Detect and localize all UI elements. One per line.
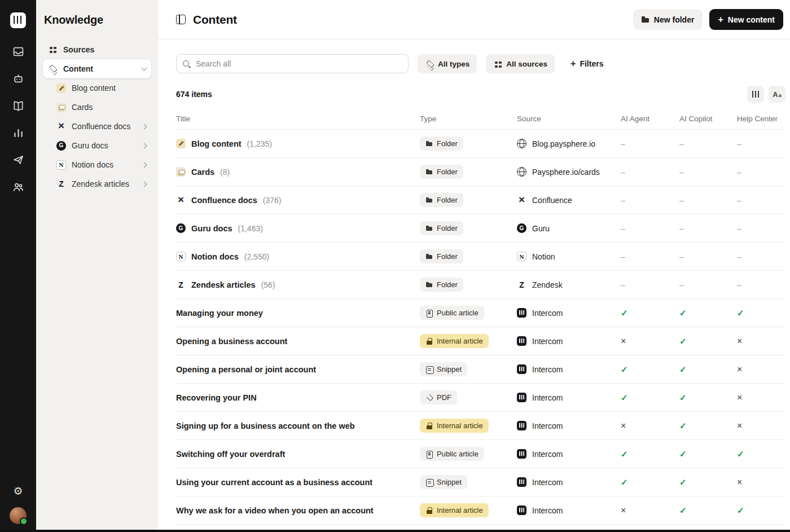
title-cell: Opening a personal or joint account xyxy=(176,365,420,374)
fin-ai-icon[interactable] xyxy=(12,72,24,85)
knowledge-book-icon[interactable] xyxy=(12,99,24,112)
translate-icon xyxy=(773,90,781,99)
help-center-status: – xyxy=(735,139,785,148)
inbox-icon[interactable] xyxy=(12,45,24,58)
type-icon xyxy=(425,478,433,486)
sidebar-item-zendesk-articles[interactable]: Zendesk articles xyxy=(43,174,151,194)
ai-copilot-status: – xyxy=(677,168,735,177)
ai-copilot-status: ✓ xyxy=(677,421,735,431)
contacts-people-icon[interactable] xyxy=(12,181,24,193)
source-icon xyxy=(517,308,526,318)
source-cell: Intercom xyxy=(517,393,618,402)
table-row[interactable]: Zendesk articles (56) Folder Zendesk – –… xyxy=(176,271,785,299)
type-label: Internal article xyxy=(437,337,483,345)
ai-agent-status: – xyxy=(618,168,677,177)
title-cell: Using your current account as a business… xyxy=(176,478,420,487)
ai-agent-status: × xyxy=(618,336,677,346)
column-header-source: Source xyxy=(517,115,618,123)
sidebar-item-confluence-docs[interactable]: Confluence docs xyxy=(43,117,151,136)
type-badge: PDF xyxy=(420,390,457,405)
row-title-icon xyxy=(176,223,186,233)
sidebar-item-label: Notion docs xyxy=(72,160,113,169)
ai-copilot-status: – xyxy=(677,252,735,261)
outbound-plane-icon[interactable] xyxy=(12,153,24,166)
sidebar-item-blog-content[interactable]: Blog content xyxy=(43,78,151,98)
source-icon xyxy=(517,364,526,374)
type-label: Folder xyxy=(437,139,458,148)
column-header-title: Title xyxy=(176,115,420,123)
items-count: 674 items xyxy=(176,90,212,99)
app-rail: ⚙ xyxy=(0,0,36,532)
sources-grid-icon xyxy=(493,60,502,68)
table-row[interactable]: Signing up for a business account on the… xyxy=(176,412,785,440)
notion-icon xyxy=(56,160,66,170)
source-cell: Intercom xyxy=(517,364,618,374)
type-icon xyxy=(425,337,433,345)
status-glyph: – xyxy=(679,168,684,177)
columns-view-button[interactable] xyxy=(747,86,764,103)
type-badge: Folder xyxy=(420,278,463,292)
sidebar-item-content[interactable]: Content xyxy=(43,59,151,78)
table-row[interactable]: Recovering your PIN PDF Intercom ✓ ✓ × xyxy=(176,384,785,412)
type-badge: Folder xyxy=(420,137,463,151)
title-cell: Why we ask for a video when you open an … xyxy=(176,506,420,515)
source-cell: Zendesk xyxy=(517,280,618,289)
settings-gear-icon[interactable]: ⚙ xyxy=(12,485,24,497)
sidebar-item-notion-docs[interactable]: Notion docs xyxy=(43,155,151,174)
status-glyph: – xyxy=(737,196,741,205)
source-cell: Blog.paysphere.io xyxy=(517,139,618,148)
ai-agent-status: ✓ xyxy=(618,393,677,403)
table-row[interactable]: Why we ask for a video when you open an … xyxy=(176,496,785,525)
ai-agent-status: – xyxy=(618,139,677,148)
all-sources-label: All sources xyxy=(506,60,547,68)
ai-copilot-status: ✓ xyxy=(677,505,735,516)
title-cell: Cards (8) xyxy=(176,167,420,177)
all-sources-filter[interactable]: All sources xyxy=(486,54,555,73)
search-input[interactable] xyxy=(196,59,402,68)
all-types-filter[interactable]: All types xyxy=(418,54,477,73)
status-glyph: × xyxy=(737,336,742,346)
new-folder-button[interactable]: New folder xyxy=(633,9,703,30)
sidebar-item-cards[interactable]: Cards xyxy=(43,98,151,117)
table-row[interactable]: Opening a business account Internal arti… xyxy=(176,327,785,355)
sidebar-item-label: Cards xyxy=(72,103,93,112)
user-avatar[interactable] xyxy=(10,507,27,524)
table-row[interactable]: Guru docs (1,463) Folder Guru – – – xyxy=(176,214,785,243)
table-row[interactable]: Cards (8) Folder Paysphere.io/cards – – … xyxy=(176,158,785,186)
reports-chart-icon[interactable] xyxy=(12,126,24,139)
source-icon xyxy=(517,223,526,233)
status-glyph: – xyxy=(679,224,684,233)
table-row[interactable]: Using your current account as a business… xyxy=(176,468,785,496)
table-row[interactable]: Blog content (1,235) Folder Blog.paysphe… xyxy=(176,130,785,158)
type-label: Folder xyxy=(437,280,458,289)
chevron-right-icon xyxy=(142,162,147,168)
add-filters-button[interactable]: + Filters xyxy=(570,59,603,68)
columns-icon xyxy=(752,91,759,98)
type-label: Internal article xyxy=(437,421,483,430)
row-count: (1,463) xyxy=(238,224,263,233)
sidebar-item-guru-docs[interactable]: Guru docs xyxy=(43,136,151,155)
table-row[interactable]: Notion docs (2,550) Folder Notion – – – xyxy=(176,243,785,271)
type-icon xyxy=(425,507,433,514)
table-row[interactable]: Confluence docs (376) Folder Confluence … xyxy=(176,186,785,214)
page-header: Content New folder + New content xyxy=(158,0,790,39)
ai-agent-status: ✓ xyxy=(618,477,677,487)
sidebar-item-sources[interactable]: Sources xyxy=(43,40,151,59)
type-badge: Public article xyxy=(420,306,484,320)
source-cell: Intercom xyxy=(517,505,618,515)
help-center-status: × xyxy=(735,477,785,487)
intercom-logo-icon[interactable] xyxy=(10,12,26,28)
column-header-help-center: Help Center xyxy=(735,115,785,123)
table-row[interactable]: Opening a personal or joint account Snip… xyxy=(176,355,785,384)
new-folder-label: New folder xyxy=(654,15,695,24)
title-cell: Blog content (1,235) xyxy=(176,139,420,148)
type-label: Public article xyxy=(437,309,479,317)
translate-button[interactable] xyxy=(769,86,785,103)
new-content-button[interactable]: + New content xyxy=(709,9,783,30)
row-count: (2,550) xyxy=(244,252,269,261)
table-row[interactable]: Managing your money Public article Inter… xyxy=(176,299,785,327)
table-row[interactable]: Switching off your overdraft Public arti… xyxy=(176,440,785,468)
row-title: Recovering your PIN xyxy=(176,393,257,402)
filters-label: Filters xyxy=(580,59,603,68)
type-badge: Folder xyxy=(420,249,463,263)
